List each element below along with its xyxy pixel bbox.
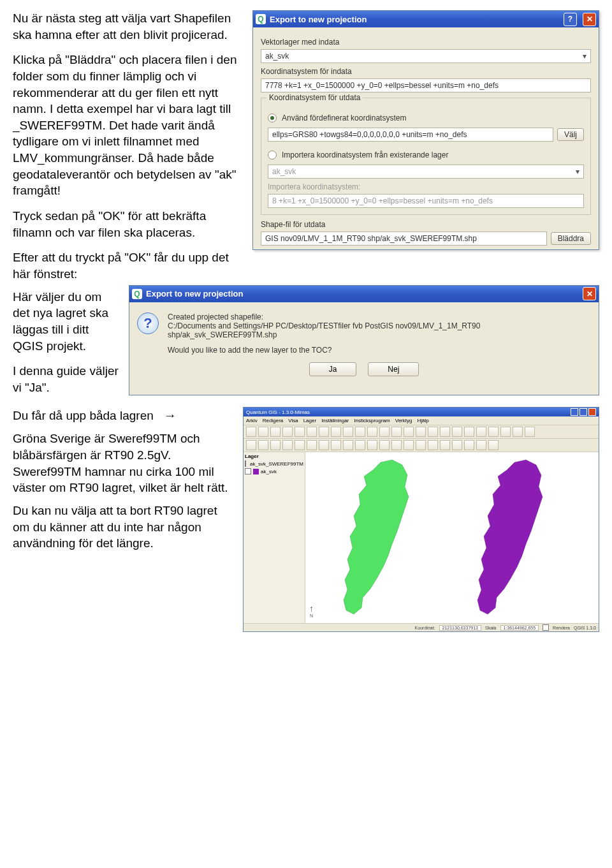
tool-icon[interactable] — [525, 427, 535, 437]
status-label: Koordinat: — [415, 626, 435, 630]
tool-icon[interactable] — [319, 427, 329, 437]
tool-icon[interactable] — [440, 427, 450, 437]
tool-icon[interactable] — [246, 440, 256, 450]
tool-icon[interactable] — [416, 427, 426, 437]
tool-icon[interactable] — [295, 440, 305, 450]
tool-icon[interactable] — [246, 427, 256, 437]
tool-icon[interactable] — [343, 440, 353, 450]
tool-icon[interactable] — [440, 440, 450, 450]
tool-icon[interactable] — [391, 440, 402, 450]
label-output-shapefile: Shape-fil för utdata — [261, 220, 591, 229]
instruction-text-column: Nu är nästa steg att välja vart Shapefil… — [13, 10, 242, 291]
tool-icon[interactable] — [307, 440, 317, 450]
import-srs-field: 8 +k=1 +x_0=1500000 +y_0=0 +ellps=bessel… — [268, 194, 584, 208]
tool-icon[interactable] — [367, 440, 377, 450]
vector-layer-dropdown[interactable]: ak_svk ▾ — [261, 49, 591, 63]
tool-icon[interactable] — [428, 427, 438, 437]
layer-item[interactable]: ak_svk — [245, 468, 303, 474]
label-import-srs: Importera koordinatsystem: — [268, 182, 584, 191]
dialog-title: Export to new projection — [270, 15, 558, 24]
srs-input-field[interactable]: 7778 +k=1 +x_0=1500000 +y_0=0 +ellps=bes… — [261, 78, 591, 92]
predefined-srs-field[interactable]: ellps=GRS80 +towgs84=0,0,0,0,0,0,0 +unit… — [268, 128, 553, 142]
output-shapefile-field[interactable]: GIS nov09/LMV_1_1M_RT90 shp/ak_svk_SWERE… — [261, 232, 547, 246]
close-icon[interactable] — [588, 408, 596, 416]
radio-dot-icon — [268, 151, 277, 159]
srs-input-value: 7778 +k=1 +x_0=1500000 +y_0=0 +ellps=bes… — [265, 81, 499, 90]
tool-icon[interactable] — [428, 440, 438, 450]
map-canvas[interactable]: ↑N — [305, 452, 599, 623]
dialog-titlebar[interactable]: Q Export to new projection ? ✕ — [253, 11, 599, 27]
tool-icon[interactable] — [513, 427, 523, 437]
tool-icon[interactable] — [270, 440, 280, 450]
tool-icon[interactable] — [391, 427, 402, 437]
tool-icon[interactable] — [295, 427, 305, 437]
status-render-label: Rendera — [553, 626, 570, 630]
tool-icon[interactable] — [500, 427, 511, 437]
tool-icon[interactable] — [282, 440, 293, 450]
tool-icon[interactable] — [452, 440, 462, 450]
tool-icon[interactable] — [258, 427, 268, 437]
menu-item[interactable]: Visa — [288, 418, 298, 423]
tool-icon[interactable] — [464, 427, 474, 437]
radio-import-srs[interactable]: Importera koordinatsystem från existeran… — [268, 151, 584, 159]
qgis-toolbar[interactable] — [244, 425, 599, 439]
tool-icon[interactable] — [404, 427, 414, 437]
tool-icon[interactable] — [270, 427, 280, 437]
tool-icon[interactable] — [355, 427, 365, 437]
tool-icon[interactable] — [404, 440, 414, 450]
layer-item[interactable]: ak_svk_SWEREF99TM — [245, 460, 303, 467]
tool-icon[interactable] — [488, 427, 499, 437]
choose-srs-button[interactable]: Välj — [557, 128, 584, 141]
tool-icon[interactable] — [307, 427, 317, 437]
export-projection-dialog: Q Export to new projection ? ✕ Vektorlag… — [252, 10, 599, 250]
lower-instruction-text: Du får då upp båda lagren → Gröna Sverig… — [13, 407, 233, 632]
minimize-icon[interactable] — [571, 408, 578, 416]
layer-name: ak_svk_SWEREF99TM — [250, 461, 303, 467]
tool-icon[interactable] — [416, 440, 426, 450]
tool-icon[interactable] — [476, 440, 486, 450]
menu-item[interactable]: Insticksprogram — [354, 418, 390, 423]
message-line: Created projected shapefile: — [168, 313, 591, 321]
tool-icon[interactable] — [379, 427, 390, 437]
browse-button[interactable]: Bläddra — [551, 232, 591, 245]
tool-icon[interactable] — [488, 440, 499, 450]
tool-icon[interactable] — [331, 427, 341, 437]
yes-button[interactable]: Ja — [309, 362, 357, 376]
checkbox-icon[interactable] — [245, 460, 246, 467]
fieldset-legend: Koordinatsystem för utdata — [266, 93, 363, 102]
checkbox-icon[interactable] — [245, 468, 251, 474]
tool-icon[interactable] — [282, 427, 293, 437]
tool-icon[interactable] — [258, 440, 268, 450]
tool-icon[interactable] — [367, 427, 377, 437]
qgis-titlebar[interactable]: Quantum GIS - 1.3.0-Mimas — [244, 408, 599, 416]
tool-icon[interactable] — [331, 440, 341, 450]
map-feature-green-sweden — [331, 457, 426, 621]
menu-item[interactable]: Redigera — [263, 418, 283, 423]
tool-icon[interactable] — [476, 427, 486, 437]
label-srs-input: Koordinatsystem för indata — [261, 67, 591, 76]
menu-item[interactable]: Lager — [303, 418, 316, 423]
chevron-down-icon: ▾ — [583, 52, 586, 61]
tool-icon[interactable] — [452, 427, 462, 437]
arrow-icon: → — [164, 408, 177, 422]
menu-item[interactable]: Verktyg — [395, 418, 412, 423]
radio-predefined-srs[interactable]: Använd fördefinerat koordinatsystem — [268, 114, 584, 122]
tool-icon[interactable] — [355, 440, 365, 450]
no-button[interactable]: Nej — [368, 362, 419, 376]
paragraph: Klicka på "Bläddra" och placera filen i … — [13, 52, 242, 199]
menu-item[interactable]: Arkiv — [246, 418, 258, 423]
qgis-toolbar-2[interactable] — [244, 439, 599, 452]
tool-icon[interactable] — [379, 440, 390, 450]
tool-icon[interactable] — [464, 440, 474, 450]
layer-panel[interactable]: Lager ak_svk_SWEREF99TM ak_svk — [244, 452, 305, 623]
menu-item[interactable]: Inställningar — [321, 418, 349, 423]
maximize-icon[interactable] — [579, 408, 587, 416]
qgis-menubar[interactable]: Arkiv Redigera Visa Lager Inställningar … — [244, 416, 599, 425]
tool-icon[interactable] — [343, 427, 353, 437]
render-checkbox-icon[interactable] — [543, 624, 549, 631]
tool-icon[interactable] — [319, 440, 329, 450]
import-layer-value: ak_svk — [272, 167, 296, 176]
help-icon[interactable]: ? — [564, 13, 577, 26]
menu-item[interactable]: Hjälp — [417, 418, 428, 423]
close-icon[interactable]: ✕ — [583, 13, 596, 26]
